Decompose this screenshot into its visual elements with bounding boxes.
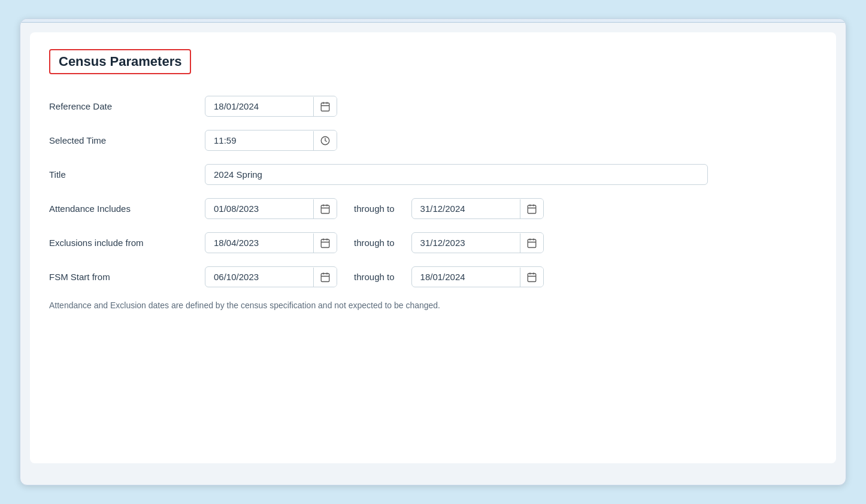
svg-rect-17 — [528, 239, 536, 248]
exclusions-from-input[interactable] — [205, 233, 313, 253]
exclusions-to-calendar-button[interactable] — [520, 233, 543, 253]
notice-text: Attendance and Exclusion dates are defin… — [49, 300, 817, 310]
selected-time-input[interactable] — [205, 130, 313, 150]
attendance-from-input-group — [205, 198, 337, 219]
exclusions-label: Exclusions include from — [49, 238, 205, 248]
selected-time-clock-button[interactable] — [313, 131, 337, 150]
svg-rect-13 — [321, 239, 329, 248]
svg-rect-21 — [321, 274, 329, 282]
attendance-includes-label: Attendance Includes — [49, 204, 205, 214]
svg-rect-9 — [528, 205, 536, 214]
census-parameters-window: Census Parameters Reference Date — [20, 19, 846, 485]
attendance-from-calendar-button[interactable] — [313, 199, 337, 218]
reference-date-row: Reference Date — [49, 96, 817, 117]
exclusions-from-calendar-button[interactable] — [313, 233, 337, 253]
fsm-to-input[interactable] — [412, 267, 520, 287]
fsm-from-input-group — [205, 266, 337, 287]
exclusions-row: Exclusions include from through to — [49, 232, 817, 253]
exclusions-to-input-group — [411, 232, 544, 253]
reference-date-input[interactable] — [205, 96, 313, 116]
reference-date-input-group — [205, 96, 337, 117]
fsm-to-input-group — [411, 266, 544, 287]
fsm-label: FSM Start from — [49, 272, 205, 282]
svg-rect-25 — [528, 274, 536, 282]
svg-rect-0 — [321, 103, 329, 111]
reference-date-label: Reference Date — [49, 101, 205, 111]
reference-date-calendar-button[interactable] — [313, 97, 337, 116]
fsm-through-to-label: through to — [354, 272, 395, 282]
page-title: Census Parameters — [59, 54, 181, 69]
attendance-to-input-group — [411, 198, 544, 219]
fsm-from-calendar-button[interactable] — [313, 268, 337, 287]
fsm-to-calendar-button[interactable] — [520, 268, 543, 287]
attendance-through-to-label: through to — [354, 204, 395, 214]
svg-rect-5 — [321, 205, 329, 214]
exclusions-through-to-label: through to — [354, 238, 395, 248]
selected-time-input-group — [205, 130, 337, 151]
title-row: Title — [49, 164, 817, 185]
selected-time-label: Selected Time — [49, 135, 205, 145]
title-label: Title — [49, 169, 205, 180]
fsm-from-input[interactable] — [205, 267, 313, 287]
attendance-to-input[interactable] — [412, 199, 520, 218]
content-area: Census Parameters Reference Date — [30, 32, 836, 463]
attendance-to-calendar-button[interactable] — [520, 199, 543, 218]
title-input[interactable] — [205, 164, 708, 185]
page-title-wrapper: Census Parameters — [49, 49, 191, 74]
exclusions-to-input[interactable] — [412, 233, 520, 253]
attendance-from-input[interactable] — [205, 199, 313, 218]
form-section: Reference Date Selected Time — [49, 91, 817, 315]
top-bar — [20, 19, 846, 23]
fsm-row: FSM Start from through to — [49, 266, 817, 287]
attendance-includes-row: Attendance Includes through to — [49, 198, 817, 219]
exclusions-from-input-group — [205, 232, 337, 253]
selected-time-row: Selected Time — [49, 130, 817, 151]
